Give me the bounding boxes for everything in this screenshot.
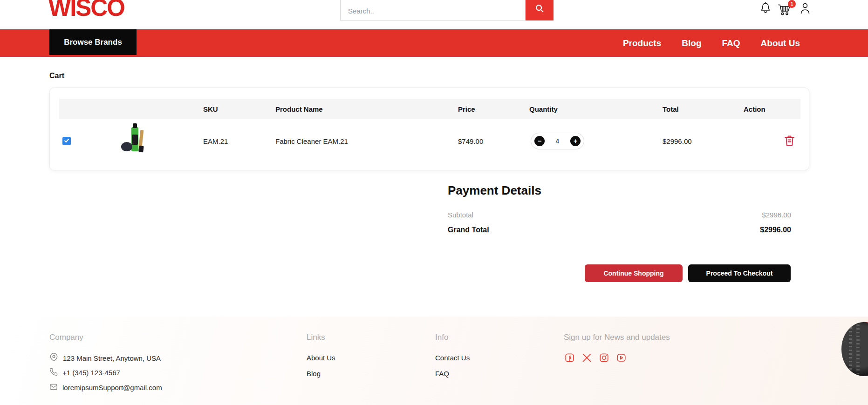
footer-address: 123 Main Street, Anytown, USA xyxy=(63,354,161,362)
user-icon[interactable] xyxy=(800,2,811,16)
footer-address-row: 123 Main Street, Anytown, USA xyxy=(49,353,161,363)
browse-brands-button[interactable]: Browse Brands xyxy=(49,29,137,55)
location-pin-icon xyxy=(49,353,58,363)
footer-links-heading: Links xyxy=(307,333,325,342)
nav-links: Products Blog FAQ About Us xyxy=(623,29,800,57)
instagram-icon[interactable] xyxy=(599,353,609,364)
checkmark-icon xyxy=(64,137,69,145)
envelope-icon xyxy=(49,383,58,392)
grand-total-label: Grand Total xyxy=(448,226,489,234)
search-icon xyxy=(534,3,545,15)
footer-link-about-us[interactable]: About Us xyxy=(307,354,335,362)
proceed-to-checkout-button[interactable]: Proceed To Checkout xyxy=(688,264,791,282)
footer-link-faq[interactable]: FAQ xyxy=(435,370,449,378)
quantity-value: 4 xyxy=(556,137,560,145)
footer-phone-row: +1 (345) 123-4567 xyxy=(49,368,120,378)
column-header-price: Price xyxy=(458,105,475,113)
page-title: Cart xyxy=(49,72,64,80)
nav-link-faq[interactable]: FAQ xyxy=(722,38,740,48)
item-name: Fabric Cleaner EAM.21 xyxy=(275,137,348,145)
grand-total-value: $2996.00 xyxy=(760,226,791,234)
column-header-action: Action xyxy=(744,105,765,113)
x-twitter-icon[interactable] xyxy=(582,353,592,364)
item-sku: EAM.21 xyxy=(203,137,228,145)
table-header-row xyxy=(59,99,800,119)
cart-table-card: SKU Product Name Price Quantity Total Ac… xyxy=(49,88,809,170)
footer-email: loremipsumSupport@gmail.com xyxy=(62,384,162,392)
social-icons xyxy=(565,353,626,364)
phone-icon xyxy=(49,368,58,378)
footer-email-row: loremipsumSupport@gmail.com xyxy=(49,383,162,392)
footer-link-contact-us[interactable]: Contact Us xyxy=(435,354,470,362)
quantity-decrease-button[interactable]: − xyxy=(534,136,545,146)
main-navbar: Browse Brands Products Blog FAQ About Us xyxy=(0,29,868,57)
trash-icon xyxy=(784,140,795,148)
footer: Company 123 Main Street, Anytown, USA +1… xyxy=(0,317,868,405)
delete-item-button[interactable] xyxy=(784,134,795,148)
nav-link-about-us[interactable]: About Us xyxy=(761,38,800,48)
facebook-icon[interactable] xyxy=(565,353,574,364)
product-image xyxy=(117,123,151,155)
nav-link-products[interactable]: Products xyxy=(623,38,661,48)
column-header-product-name: Product Name xyxy=(275,105,323,113)
column-header-quantity: Quantity xyxy=(529,105,558,113)
footer-company-heading: Company xyxy=(49,333,83,342)
continue-shopping-button[interactable]: Continue Shopping xyxy=(585,264,683,282)
notification-bell-icon[interactable] xyxy=(760,2,771,16)
payment-details-title: Payment Details xyxy=(448,183,541,198)
cart-badge: 1 xyxy=(788,0,796,8)
item-price: $749.00 xyxy=(458,137,483,145)
quantity-stepper[interactable]: − 4 + xyxy=(531,133,584,149)
search-button[interactable] xyxy=(526,0,554,20)
item-total: $2996.00 xyxy=(663,137,692,145)
footer-phone: +1 (345) 123-4567 xyxy=(62,369,120,377)
nav-link-blog[interactable]: Blog xyxy=(682,38,701,48)
cart-page: WISCO 1 Browse Brands xyxy=(0,0,868,405)
footer-link-blog[interactable]: Blog xyxy=(307,370,321,378)
subtotal-value: $2996.00 xyxy=(762,211,791,219)
item-checkbox[interactable] xyxy=(62,137,71,145)
search-input[interactable] xyxy=(340,0,526,20)
youtube-icon[interactable] xyxy=(616,353,626,364)
subtotal-label: Subtotal xyxy=(448,211,473,219)
column-header-sku: SKU xyxy=(203,105,218,113)
column-header-total: Total xyxy=(663,105,679,113)
footer-signup-heading: Sign up for News and updates xyxy=(564,333,670,342)
logo[interactable]: WISCO xyxy=(48,0,124,21)
footer-info-heading: Info xyxy=(435,333,448,342)
quantity-increase-button[interactable]: + xyxy=(570,136,581,146)
